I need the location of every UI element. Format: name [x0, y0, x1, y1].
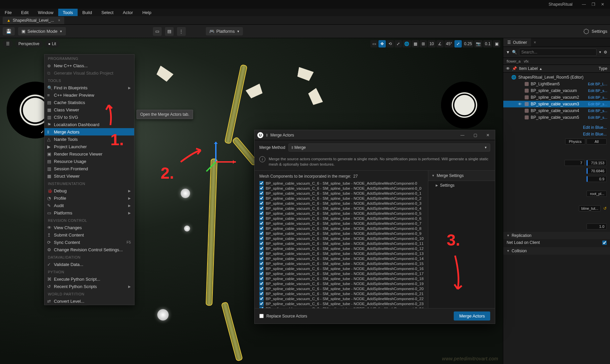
- menu-localization-dashboard[interactable]: ⚑Localization Dashboard: [45, 121, 134, 128]
- menu-cpp-header-preview[interactable]: ≡C++ Header Preview: [45, 91, 134, 99]
- mesh-component-checkbox[interactable]: [259, 231, 264, 236]
- menu-resource-usage[interactable]: ▤Resource Usage: [45, 158, 134, 165]
- mesh-component-checkbox[interactable]: [259, 181, 264, 185]
- menu-submit-content[interactable]: ↥Submit Content: [45, 231, 134, 239]
- mesh-component-checkbox[interactable]: [259, 266, 264, 271]
- outliner-row[interactable]: BP_spline_cable_vacuum4Edit BP_s...: [503, 107, 610, 114]
- edit-in-blueprint-link[interactable]: Edit in Blue...: [583, 132, 607, 136]
- net-load-checkbox[interactable]: [602, 241, 607, 245]
- menu-file[interactable]: File: [0, 9, 16, 16]
- merge-method-dropdown[interactable]: ⫴ Merge ▼: [288, 144, 490, 152]
- mesh-component-row[interactable]: BP_spline_cable_vacuum_C_6 - SM_spline_t…: [259, 281, 426, 286]
- filter-chip[interactable]: flower_a: [507, 59, 521, 63]
- grid-snap-value[interactable]: 10: [428, 40, 435, 48]
- menu-merge-actors[interactable]: ✓⫴Merge Actors: [45, 128, 134, 135]
- mesh-component-row[interactable]: BP_spline_cable_vacuum_C_6 - SM_spline_t…: [259, 181, 426, 186]
- angle-snap-toggle[interactable]: ∠: [436, 40, 444, 48]
- mesh-component-checkbox[interactable]: [259, 221, 264, 225]
- menu-build[interactable]: Build: [78, 9, 97, 16]
- menu-new-cpp-class[interactable]: ⊕New C++ Class...: [45, 62, 134, 69]
- asset-field-root[interactable]: root_pl...: [587, 191, 607, 197]
- window-maximize[interactable]: ❐: [589, 2, 598, 7]
- settings-label[interactable]: Settings: [592, 29, 607, 34]
- light-icon[interactable]: [184, 225, 190, 232]
- edit-blueprint-link[interactable]: Edit BP_s...: [588, 95, 607, 99]
- coord-space-toggle[interactable]: 🌐: [403, 40, 411, 48]
- mesh-component-row[interactable]: BP_spline_cable_vacuum_C_6 - SM_spline_t…: [259, 226, 426, 231]
- mesh-component-row[interactable]: BP_spline_cable_vacuum_C_6 - SM_spline_t…: [259, 191, 426, 196]
- replace-source-checkbox[interactable]: Replace Source Actors: [259, 314, 307, 318]
- scale-snap-value[interactable]: 0.25: [462, 40, 473, 48]
- menu-audit[interactable]: ✎Audit▶: [45, 202, 134, 209]
- mesh-component-checkbox[interactable]: [259, 251, 264, 256]
- eye-icon[interactable]: 👁: [506, 66, 510, 71]
- camera-speed-icon[interactable]: 📷: [474, 40, 483, 48]
- mesh-component-row[interactable]: BP_spline_cable_vacuum_C_6 - SM_spline_t…: [259, 201, 426, 206]
- mesh-component-checkbox[interactable]: [259, 201, 264, 205]
- outliner-row[interactable]: BP_spline_cable_vacuum2Edit BP_s...: [503, 94, 610, 101]
- viewport-options-menu[interactable]: ☰: [3, 40, 13, 48]
- mesh-component-checkbox[interactable]: [259, 236, 264, 241]
- window-close[interactable]: ✕: [484, 133, 492, 138]
- mesh-component-checkbox[interactable]: [259, 186, 264, 190]
- surface-snap-toggle[interactable]: ▦: [412, 40, 419, 48]
- column-type[interactable]: Type: [599, 66, 607, 71]
- mesh-component-row[interactable]: BP_spline_cable_vacuum_C_6 - SM_spline_t…: [259, 291, 426, 296]
- merge-actors-button[interactable]: Merge Actors: [454, 311, 490, 321]
- mesh-component-checkbox[interactable]: [259, 276, 264, 281]
- edit-blueprint-link[interactable]: Edit BP_s...: [588, 89, 607, 93]
- edit-blueprint-link[interactable]: Edit BP_s...: [588, 102, 607, 106]
- reset-icon[interactable]: ↺: [603, 206, 607, 211]
- outliner-root[interactable]: 🌐 ShapesRitual_Level_Room5 (Editor): [503, 74, 610, 81]
- edit-blueprint-link[interactable]: Edit BP_L...: [588, 82, 607, 86]
- outliner-row[interactable]: BP_spline_cable_vacuumEdit BP_s...: [503, 87, 610, 94]
- details-tab-physics[interactable]: Physics: [565, 139, 585, 145]
- mesh-component-checkbox[interactable]: [259, 296, 264, 301]
- menu-profile[interactable]: ◔Profile▶: [45, 194, 134, 202]
- outliner-row[interactable]: 👁BP_spline_cable_vacuum3Edit BP_s...: [503, 101, 610, 107]
- menu-sync-content[interactable]: ⟳Sync ContentF5: [45, 239, 134, 246]
- tab-outliner[interactable]: ☰Outliner: [503, 38, 531, 47]
- menu-session-frontend[interactable]: ▥Session Frontend: [45, 165, 134, 172]
- window-close[interactable]: ✕: [598, 2, 607, 7]
- menu-project-launcher[interactable]: ▶Project Launcher: [45, 143, 134, 150]
- menu-nanite-tools[interactable]: △Nanite Tools: [45, 135, 134, 143]
- eye-icon[interactable]: 👁: [518, 102, 523, 106]
- translate-gizmo[interactable]: [201, 142, 231, 172]
- menu-generate-vs-project[interactable]: ⧉Generate Visual Studio Project: [45, 69, 134, 77]
- mesh-component-row[interactable]: BP_spline_cable_vacuum_C_6 - SM_spline_t…: [259, 256, 426, 261]
- menu-select[interactable]: Select: [97, 9, 118, 16]
- mesh-component-checkbox[interactable]: [259, 291, 264, 296]
- mesh-component-row[interactable]: BP_spline_cable_vacuum_C_6 - SM_spline_t…: [259, 246, 426, 251]
- select-tool[interactable]: ▭: [370, 40, 378, 48]
- mesh-component-row[interactable]: BP_spline_cable_vacuum_C_6 - SM_spline_t…: [259, 271, 426, 276]
- menu-debug[interactable]: 🐞Debug▶: [45, 187, 134, 194]
- replace-source-input[interactable]: [259, 314, 264, 318]
- close-icon[interactable]: ×: [531, 40, 539, 45]
- viewmode-dropdown[interactable]: ● Lit: [45, 40, 60, 48]
- mesh-component-checkbox[interactable]: [259, 211, 264, 215]
- gizmo-y-axis[interactable]: [206, 162, 216, 172]
- mesh-component-checkbox[interactable]: [259, 281, 264, 286]
- menu-help[interactable]: Help: [138, 9, 156, 16]
- scale-snap-toggle[interactable]: ⤢: [454, 40, 462, 48]
- mesh-component-checkbox[interactable]: [259, 271, 264, 276]
- tab-level[interactable]: ▲ ShapesRitual_Level_... ×: [3, 17, 64, 24]
- filter-icon[interactable]: ▼: [506, 50, 510, 55]
- mesh-component-row[interactable]: BP_spline_cable_vacuum_C_6 - SM_spline_t…: [259, 266, 426, 271]
- save-button[interactable]: 💾: [3, 27, 15, 35]
- mesh-component-row[interactable]: BP_spline_cable_vacuum_C_6 - SM_spline_t…: [259, 216, 426, 221]
- menu-convert-level[interactable]: ⇄Convert Level...: [45, 297, 134, 305]
- edit-blueprint-link[interactable]: Edit BP_s...: [588, 115, 607, 119]
- outliner-row[interactable]: BP_spline_cable_vacuum5Edit BP_s...: [503, 114, 610, 121]
- scale-tool[interactable]: ⤢: [395, 40, 402, 48]
- menu-change-revision-settings[interactable]: ⚙Change Revision Control Settings...: [45, 246, 134, 253]
- spline-cable[interactable]: [224, 64, 247, 144]
- slider-value[interactable]: 1.0: [587, 223, 607, 230]
- menu-view-changes[interactable]: 👁View Changes: [45, 224, 134, 231]
- add-content-button[interactable]: ▭: [153, 27, 162, 36]
- scalar-field-1[interactable]: 70.6846: [587, 168, 607, 174]
- column-item-label[interactable]: Item Label: [519, 66, 538, 71]
- mesh-component-checkbox[interactable]: [259, 261, 264, 266]
- asset-field-bline[interactable]: bline_tut...: [579, 205, 601, 211]
